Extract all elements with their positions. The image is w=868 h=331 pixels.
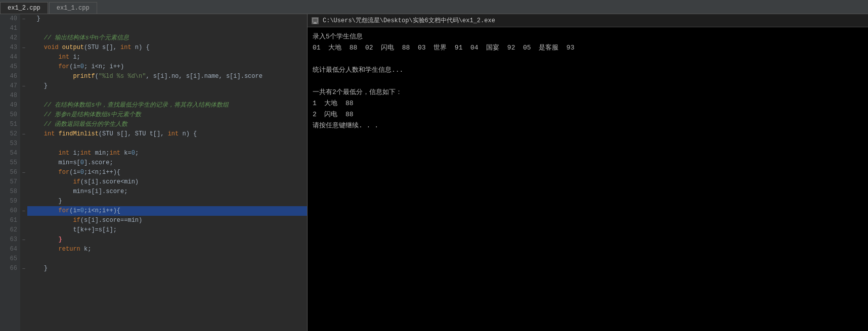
code-line: // 输出结构体s中n个元素信息 [27, 33, 307, 43]
code-line: } [27, 197, 307, 206]
code-line: } [27, 264, 307, 273]
code-line: } [27, 81, 307, 91]
terminal-line: 请按任意键继续. . . [313, 120, 863, 131]
terminal-line: 01 大地 88 02 闪电 88 03 世界 91 04 国宴 92 05 是… [313, 42, 863, 54]
svg-rect-1 [314, 22, 316, 23]
fold-gutter: − − − − − [20, 14, 27, 331]
terminal-title: C:\Users\咒怨流星\Desktop\实验6文档中代码\ex1_2.exe [323, 16, 495, 25]
terminal-line [313, 76, 863, 87]
terminal-line: 2 闪电 88 [313, 109, 863, 120]
code-editor: 40 41 42 43 44 45 46 47 48 49 50 51 52 5… [0, 14, 308, 331]
code-line: printf("%ld %s %d\n", s[i].no, s[i].name… [27, 72, 307, 81]
code-line: if(s[i].score==min) [27, 216, 307, 225]
code-line: for(i=0; i<n; i++) [27, 62, 307, 72]
code-lines: } // 输出结构体s中n个元素信息 void output(STU s[], … [27, 14, 307, 331]
terminal-icon [312, 17, 319, 24]
terminal-line: 一共有2个最低分，信息如下： [313, 87, 863, 98]
code-line: min=s[0].score; [27, 158, 307, 168]
tab-ex1-1[interactable]: ex1_1.cpp [49, 2, 97, 14]
terminal-line: 录入5个学生信息 [313, 31, 863, 42]
code-line [27, 139, 307, 149]
svg-rect-0 [313, 18, 318, 22]
code-line: min=s[i].score; [27, 187, 307, 197]
code-line: int i; [27, 53, 307, 62]
code-line: void output(STU s[], int n) { [27, 43, 307, 53]
code-line: for(i=0;i<n;i++){ [27, 168, 307, 177]
main-layout: 40 41 42 43 44 45 46 47 48 49 50 51 52 5… [0, 14, 868, 331]
terminal-body[interactable]: 录入5个学生信息 01 大地 88 02 闪电 88 03 世界 91 04 国… [308, 27, 868, 331]
code-line: int i;int min;int k=0; [27, 149, 307, 158]
code-line: } [27, 14, 307, 24]
code-line: } [27, 235, 307, 245]
code-line: // 函数返回最低分的学生人数 [27, 120, 307, 129]
terminal-panel: C:\Users\咒怨流星\Desktop\实验6文档中代码\ex1_2.exe… [308, 14, 868, 331]
tab-ex1-2[interactable]: ex1_2.cpp [0, 2, 48, 14]
code-line [27, 91, 307, 101]
code-line: if(s[i].score<min) [27, 177, 307, 187]
terminal-line: 1 大地 88 [313, 98, 863, 109]
code-line: // 形参n是结构体数组s中元素个数 [27, 110, 307, 120]
terminal-titlebar: C:\Users\咒怨流星\Desktop\实验6文档中代码\ex1_2.exe [308, 14, 868, 27]
code-line [27, 254, 307, 264]
code-line [27, 24, 307, 33]
svg-rect-2 [313, 23, 317, 24]
code-line: int findMinlist(STU s[], STU t[], int n)… [27, 129, 307, 139]
terminal-line: 统计最低分人数和学生信息... [313, 65, 863, 76]
terminal-line [313, 54, 863, 65]
code-line: // 在结构体数组s中，查找最低分学生的记录，将其存入结构体数组 [27, 101, 307, 110]
tab-bar: ex1_2.cpp ex1_1.cpp [0, 0, 868, 14]
line-numbers: 40 41 42 43 44 45 46 47 48 49 50 51 52 5… [0, 14, 20, 331]
code-line: t[k++]=s[i]; [27, 225, 307, 235]
code-line-highlighted: for(i=0;i<n;i++){ [27, 206, 307, 216]
code-line: return k; [27, 245, 307, 254]
code-content: 40 41 42 43 44 45 46 47 48 49 50 51 52 5… [0, 14, 307, 331]
